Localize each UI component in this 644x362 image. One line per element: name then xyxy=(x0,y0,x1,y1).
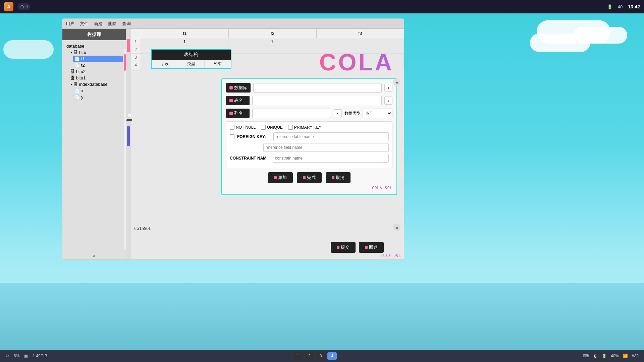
data-type-label: 数据类型 xyxy=(344,111,361,116)
sidebar-item-label-bjtu2: bjtu2 xyxy=(76,69,86,74)
row-num-header xyxy=(131,29,141,38)
sidebar-item-label-x: x xyxy=(81,88,84,93)
cell-r2-f2[interactable] xyxy=(228,46,316,53)
cloud-4 xyxy=(3,40,54,59)
fk-row: FOREIGN KEY: xyxy=(230,132,389,141)
sidebar-item-x[interactable]: 📄 x xyxy=(73,87,123,94)
data-type-select[interactable]: INT VARCHAR TEXT FLOAT BOOLEAN xyxy=(363,109,392,118)
ref-field-input[interactable] xyxy=(263,143,389,152)
sidebar-scrollbar-thumb xyxy=(124,54,126,71)
cola-sql-text-form: COLA SQL xyxy=(372,186,392,190)
not-null-checkbox-item[interactable]: NOT NULL xyxy=(230,125,256,130)
menu-query[interactable]: 查询 xyxy=(122,21,131,27)
cancel-button[interactable]: 取消 xyxy=(326,172,351,183)
row-num-1: 1 xyxy=(131,38,141,46)
row-num-4: 4 xyxy=(131,61,141,69)
checkbox-row: NOT NULL UNIQUE PRIMARY KEY xyxy=(230,125,389,130)
fk-checkbox[interactable] xyxy=(230,134,234,139)
add-button[interactable]: 添加 xyxy=(268,172,293,183)
sidebar-item-label-bjtu1: bjtu1 xyxy=(76,75,86,80)
ts-col-constraint: 约束 xyxy=(205,60,231,68)
menu-delete[interactable]: 删除 xyxy=(108,21,117,27)
db-label: 数据库 xyxy=(226,83,251,93)
tab-1[interactable]: 1 xyxy=(293,352,303,360)
sidebar-item-bjtu2[interactable]: 🗄 bjtu2 xyxy=(69,68,123,75)
sidebar-title: 树据库 xyxy=(87,32,101,37)
constraints-area: NOT NULL UNIQUE PRIMARY KEY xyxy=(226,121,392,168)
sidebar-item-label-t2: t2 xyxy=(81,63,85,68)
sidebar-scroll-down[interactable]: ∧ xyxy=(62,252,126,259)
chevron-down-icon: ▾ xyxy=(70,51,72,54)
unique-label: UNIQUE xyxy=(267,125,283,130)
row-num-3: 3 xyxy=(131,54,141,61)
cpu-value: 6% xyxy=(14,354,19,358)
topbar: A ⊙ 0 🔋 40 13:42 xyxy=(0,0,644,13)
constraint-input[interactable] xyxy=(273,154,389,163)
db-input[interactable] xyxy=(253,83,382,93)
back-button[interactable]: 回退 xyxy=(359,242,384,253)
tab-3[interactable]: 3 xyxy=(316,352,325,360)
unique-checkbox-item[interactable]: UNIQUE xyxy=(261,125,283,130)
col-input[interactable] xyxy=(252,109,331,118)
table-label: 表名 xyxy=(226,96,250,105)
sidebar-item-t1[interactable]: 📄 t1 xyxy=(73,56,123,62)
unique-checkbox[interactable] xyxy=(261,125,266,130)
cola-sql-label-bottom: COLA SQL xyxy=(381,253,401,257)
menu-user[interactable]: 用户 xyxy=(66,21,74,27)
cell-r1-f3[interactable] xyxy=(316,38,404,46)
sidebar-item-bjtu1[interactable]: 🗄 bjtu1 xyxy=(69,75,123,81)
menubar: 用户 文件 新建 删除 查询 xyxy=(62,19,404,29)
primary-key-checkbox[interactable] xyxy=(288,125,293,130)
sidebar-item-bjtu[interactable]: ▾ 🗄 bjtu xyxy=(69,49,123,56)
table-icon-y: 📄 xyxy=(74,95,80,100)
col-header-f1[interactable]: f1 xyxy=(141,29,228,38)
sidebar-item-y[interactable]: 📄 y xyxy=(73,94,123,100)
complete-button[interactable]: 完成 xyxy=(297,172,322,183)
badge-value: 0 xyxy=(25,4,28,9)
cell-r1-f1[interactable]: 1 xyxy=(141,38,228,46)
chevron-down-icon-idx: ▾ xyxy=(70,82,72,86)
bottom-buttons: 提交 回退 xyxy=(331,242,384,253)
chevron-up-icon: ∧ xyxy=(93,253,96,258)
memory-icon: ▦ xyxy=(24,354,28,358)
scroll-up-button[interactable]: ∧ xyxy=(393,78,400,86)
sidebar-item-t2[interactable]: 📄 t2 xyxy=(73,62,123,68)
cell-r4-f2[interactable] xyxy=(228,61,316,69)
column-headers: f1 f2 f3 xyxy=(131,29,404,38)
sidebar-item-label-t1: t1 xyxy=(81,56,85,61)
tab-2[interactable]: 2 xyxy=(305,352,314,360)
ts-col-field: 字段 xyxy=(152,60,178,68)
db-chevron-icon[interactable]: ‹ xyxy=(384,84,392,92)
cell-r3-f2[interactable] xyxy=(228,54,316,61)
col-label-icon xyxy=(229,112,233,115)
grid-area: f1 f2 f3 1 1 1 2 xyxy=(131,29,404,259)
not-null-label: NOT NULL xyxy=(236,125,256,130)
sidebar-tree[interactable]: database ▾ 🗄 bjtu 📄 t1 📄 t2 xyxy=(62,40,126,252)
table-input[interactable] xyxy=(252,96,382,105)
col-header-f2[interactable]: f2 xyxy=(228,29,316,38)
primary-key-checkbox-item[interactable]: PRIMARY KEY xyxy=(288,125,322,130)
scroll-down-button[interactable]: ∧ xyxy=(393,224,400,231)
form-panel: 数据库 ‹ 表名 ‹ xyxy=(221,78,397,195)
cell-r1-f2[interactable]: 1 xyxy=(228,38,316,46)
col-chevron-icon[interactable]: ‹ xyxy=(334,109,342,117)
db-icon: 🗄 xyxy=(73,50,78,55)
app-logo[interactable]: A xyxy=(4,2,13,11)
tab-4[interactable]: 4 xyxy=(327,352,337,360)
data-type-container: 数据类型 INT VARCHAR TEXT FLOAT BOOLEAN xyxy=(344,109,392,118)
submit-icon xyxy=(337,246,339,249)
col-header-f3[interactable]: f3 xyxy=(316,29,404,38)
left-scrollbar-thumb-blue xyxy=(127,126,130,146)
left-scrollbar[interactable]: 命令行 xyxy=(126,29,131,259)
menu-file[interactable]: 文件 xyxy=(80,21,89,27)
ref-table-input[interactable] xyxy=(273,132,389,141)
table-chevron-icon[interactable]: ‹ xyxy=(384,97,392,105)
menu-new[interactable]: 新建 xyxy=(94,21,103,27)
table-structure-popup: 表结构 字段 类型 约束 xyxy=(151,49,231,69)
submit-button[interactable]: 提交 xyxy=(331,242,356,253)
sidebar-scrollbar[interactable] xyxy=(124,49,126,249)
primary-key-label: PRIMARY KEY xyxy=(294,125,322,130)
sidebar-item-indexdatabase[interactable]: ▾ 🗄 indexdatabase xyxy=(69,81,123,87)
not-null-checkbox[interactable] xyxy=(230,125,234,130)
water-reflection xyxy=(0,283,644,350)
